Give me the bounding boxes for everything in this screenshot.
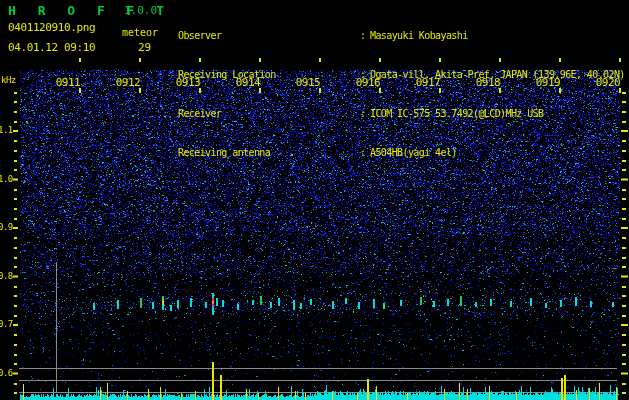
frequency-unit-label: kHz <box>1 75 16 85</box>
time-label: 0913 <box>171 76 205 89</box>
time-label: 0912 <box>111 76 145 89</box>
info-label: Receiving Location <box>178 68 360 81</box>
time-label: 0918 <box>471 76 505 89</box>
freq-label: 0.9 <box>0 222 12 232</box>
freq-label: 0.7 <box>0 319 12 329</box>
mode-label: meteor <box>122 27 158 38</box>
info-label: Receiving antenna <box>178 146 360 159</box>
time-label: 0917 <box>411 76 445 89</box>
info-separator: : <box>360 29 370 42</box>
time-label: 0914 <box>231 76 265 89</box>
freq-label: 1.0 <box>0 174 12 184</box>
info-value: ICOM IC-575 53.7492(@LCD)MHz USB <box>370 107 543 120</box>
time-label: 0916 <box>351 76 385 89</box>
freq-label: 0.8 <box>0 271 12 281</box>
time-label: 0911 <box>51 76 85 89</box>
info-row-observer: Observer:Masayuki Kobayashi <box>178 29 625 42</box>
output-filename: 0401120910.png <box>8 21 95 34</box>
info-row-receiver: Receiver:ICOM IC-575 53.7492(@LCD)MHz US… <box>178 107 625 120</box>
info-separator: : <box>360 146 370 159</box>
app-version: 1.0.0 <box>124 4 157 17</box>
info-label: Observer <box>178 29 360 42</box>
info-row-antenna: Receiving antenna:A504HB(yagi 4el) <box>178 146 625 159</box>
echo-count: 29 <box>138 41 151 54</box>
info-value: Masayuki Kobayashi <box>370 29 468 42</box>
time-label: 0919 <box>531 76 565 89</box>
date-time: 04.01.12 09:10 <box>8 41 95 54</box>
info-value: A504HB(yagi 4el) <box>370 146 457 159</box>
time-label: 0920 <box>591 76 625 89</box>
freq-label: 1.1 <box>0 125 12 135</box>
info-label: Receiver <box>178 107 360 120</box>
hrofft-screen: { "title_bar": { "app_name": "H R O F F … <box>0 0 629 400</box>
info-separator: : <box>360 107 370 120</box>
freq-label: 0.6 <box>0 368 12 378</box>
time-label: 0915 <box>291 76 325 89</box>
